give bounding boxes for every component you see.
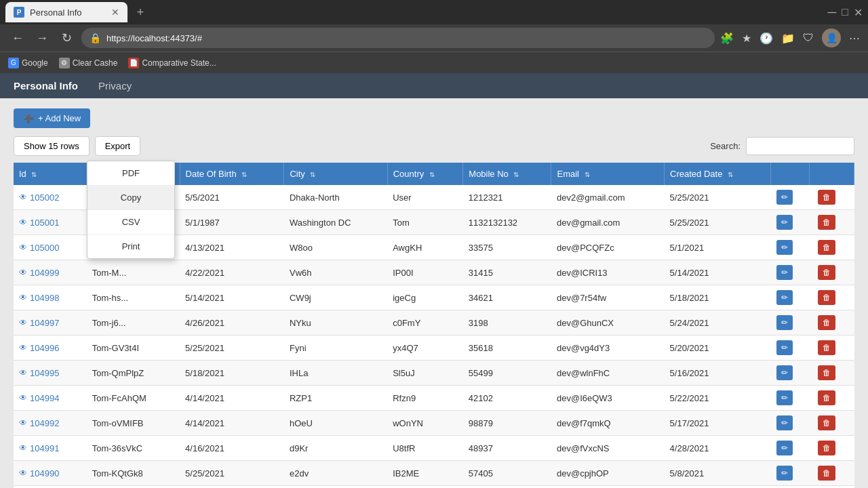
cell-email: dev@cpjhOP	[551, 461, 665, 486]
cell-first-name: Tom-hs...	[87, 285, 180, 310]
edit-button[interactable]: ✏	[776, 315, 793, 330]
row-id-link[interactable]: 👁104995	[19, 368, 81, 378]
edit-button[interactable]: ✏	[776, 365, 793, 380]
forward-button[interactable]: →	[33, 28, 52, 47]
cell-city: NYku	[284, 310, 387, 336]
row-id-link[interactable]: 👁104991	[19, 443, 81, 453]
delete-button[interactable]: 🗑	[818, 365, 835, 380]
row-id-link[interactable]: 👁105001	[19, 218, 81, 228]
history-icon[interactable]: 🕐	[760, 32, 773, 45]
edit-button[interactable]: ✏	[776, 441, 793, 455]
export-copy[interactable]: Copy	[87, 186, 174, 210]
cell-id: 👁104995	[14, 361, 87, 386]
edit-button[interactable]: ✏	[776, 190, 793, 205]
row-id-link[interactable]: 👁104990	[19, 468, 81, 479]
delete-button[interactable]: 🗑	[818, 265, 835, 280]
col-email[interactable]: Email ⇅	[551, 163, 665, 185]
cell-country: c0FmY	[387, 310, 463, 336]
cell-delete: 🗑	[810, 235, 854, 260]
edit-button[interactable]: ✏	[776, 240, 793, 255]
edit-button[interactable]: ✏	[776, 265, 793, 280]
search-input[interactable]	[746, 137, 854, 155]
bookmark-google[interactable]: G Google	[8, 58, 48, 68]
cell-edit: ✏	[771, 361, 810, 386]
row-id-link[interactable]: 👁105000	[19, 243, 81, 253]
tab-close-button[interactable]: ✕	[111, 7, 119, 18]
bookmark-clear-cache[interactable]: ⚙ Clear Cashe	[59, 58, 118, 68]
minimize-button[interactable]: ─	[828, 5, 837, 20]
collections-icon[interactable]: 📁	[781, 32, 795, 45]
cell-created: 5/8/2021	[665, 461, 771, 486]
maximize-button[interactable]: □	[842, 6, 848, 18]
edit-button[interactable]: ✏	[776, 415, 793, 430]
cell-delete: 🗑	[810, 386, 854, 411]
back-button[interactable]: ←	[8, 28, 27, 47]
user-avatar[interactable]: 👤	[822, 28, 841, 47]
delete-button[interactable]: 🗑	[818, 315, 835, 330]
extensions-icon[interactable]: 🧩	[720, 32, 734, 45]
export-print[interactable]: Print	[87, 235, 174, 258]
row-id-link[interactable]: 👁104996	[19, 343, 81, 353]
delete-button[interactable]: 🗑	[818, 441, 835, 455]
edit-button[interactable]: ✏	[776, 390, 793, 405]
delete-button[interactable]: 🗑	[818, 215, 835, 230]
edit-button[interactable]: ✏	[776, 466, 793, 481]
cell-email: dev@I6eQW3	[551, 386, 665, 411]
cell-delete: 🗑	[810, 436, 854, 461]
col-city[interactable]: City ⇅	[284, 163, 387, 185]
col-country[interactable]: Country ⇅	[387, 163, 463, 185]
more-options-icon[interactable]: ⋯	[849, 32, 860, 45]
export-button[interactable]: Export	[95, 136, 141, 156]
cell-edit: ✏	[771, 336, 810, 361]
cell-created: 5/16/2021	[665, 361, 771, 386]
eye-icon: 👁	[19, 192, 27, 202]
delete-button[interactable]: 🗑	[818, 240, 835, 255]
cell-mobile: 48937	[463, 436, 551, 461]
row-id-link[interactable]: 👁104997	[19, 318, 81, 328]
edit-button[interactable]: ✏	[776, 290, 793, 305]
add-new-button[interactable]: ➕ + Add New	[14, 108, 90, 128]
row-id-link[interactable]: 👁104999	[19, 268, 81, 278]
delete-button[interactable]: 🗑	[818, 390, 835, 405]
col-dob[interactable]: Date Of Birth ⇅	[180, 163, 284, 185]
col-mobile[interactable]: Mobile No ⇅	[463, 163, 551, 185]
delete-button[interactable]: 🗑	[818, 190, 835, 205]
delete-button[interactable]: 🗑	[818, 415, 835, 430]
delete-button[interactable]: 🗑	[818, 466, 835, 481]
cell-first-name: Tom-oVMIFB	[87, 411, 180, 436]
edit-button[interactable]: ✏	[776, 215, 793, 230]
col-id[interactable]: Id ⇅	[14, 163, 87, 185]
show-rows-button[interactable]: Show 15 rows	[14, 136, 90, 156]
cell-mobile: 1212321	[463, 185, 551, 210]
cell-first-name: Tom-GV3t4I	[87, 336, 180, 361]
table-row: 👁104999 Tom-M... 4/22/2021 Vw6h IP00I 31…	[14, 260, 854, 285]
row-id-link[interactable]: 👁104992	[19, 418, 81, 428]
row-id-link[interactable]: 👁104994	[19, 393, 81, 403]
nav-personal-info[interactable]: Personal Info	[14, 80, 78, 92]
delete-button[interactable]: 🗑	[818, 340, 835, 355]
table-row: 👁104998 Tom-hs... 5/14/2021 CW9j igeCg 3…	[14, 285, 854, 310]
cell-first-name: Tom-M...	[87, 260, 180, 285]
cell-delete: 🗑	[810, 185, 854, 210]
browser-tab-active[interactable]: P Personal Info ✕	[5, 2, 127, 22]
reload-button[interactable]: ↻	[57, 28, 76, 47]
favorites-icon[interactable]: ★	[742, 32, 751, 45]
address-bar[interactable]: 🔒 https://localhost:44373/#	[81, 28, 715, 48]
browser-guard-icon[interactable]: 🛡	[803, 32, 814, 44]
cell-city: hOeU	[284, 411, 387, 436]
bookmark-comparative[interactable]: 📄 Comparative State...	[128, 58, 216, 68]
new-tab-button[interactable]: +	[130, 2, 151, 22]
cell-delete: 🗑	[810, 310, 854, 336]
edit-button[interactable]: ✏	[776, 340, 793, 355]
export-pdf[interactable]: PDF	[87, 161, 174, 186]
close-button[interactable]: ✕	[854, 6, 863, 19]
delete-button[interactable]: 🗑	[818, 290, 835, 305]
cell-delete: 🗑	[810, 336, 854, 361]
export-csv[interactable]: CSV	[87, 210, 174, 235]
nav-privacy[interactable]: Privacy	[98, 80, 132, 92]
col-created[interactable]: Created Date ⇅	[665, 163, 771, 185]
cell-edit: ✏	[771, 411, 810, 436]
row-id-link[interactable]: 👁105002	[19, 192, 81, 203]
cell-id: 👁104996	[14, 336, 87, 361]
row-id-link[interactable]: 👁104998	[19, 293, 81, 303]
